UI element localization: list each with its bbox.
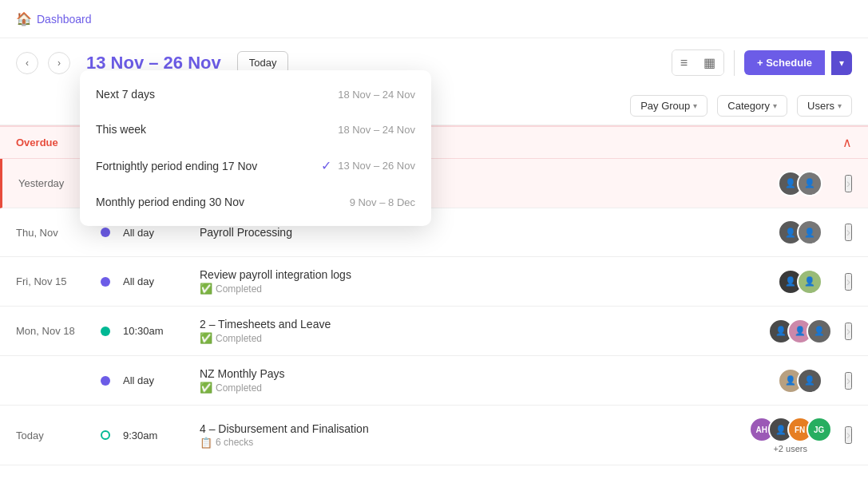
today-chevron[interactable]: › [845, 426, 852, 444]
avatar-2: 👤 [797, 171, 822, 196]
fri-date: Fri, Nov 15 [16, 275, 88, 287]
plus-users-label: +2 users [773, 444, 807, 453]
avatars-today: AH 👤 FN JG +2 users [749, 417, 832, 453]
avatar-thu-2: 👤 [797, 220, 822, 245]
schedule-dropdown-button[interactable]: ▾ [831, 51, 852, 75]
dropdown-item-fortnightly[interactable]: Fortnightly period ending 17 Nov ✓ 13 No… [80, 147, 431, 184]
date-range-dropdown: Next 7 days 18 Nov – 24 Nov This week 18… [80, 70, 431, 226]
dropdown-item-thisweek[interactable]: This week 18 Nov – 24 Nov [80, 112, 431, 147]
today-date: Today [16, 430, 88, 441]
list-view-button[interactable]: ≡ [672, 50, 696, 75]
mon-row-1: Mon, Nov 18 10:30am 2 – Timesheets and L… [0, 307, 868, 356]
mon-time: 10:30am [123, 325, 187, 337]
category-chevron: ▾ [773, 101, 777, 110]
dropdown-item-monthly[interactable]: Monthly period ending 30 Nov 9 Nov – 8 D… [80, 184, 431, 220]
prev-arrow[interactable]: ‹ [16, 52, 38, 74]
today-title: 4 – Disbursement and Finalisation [200, 422, 736, 435]
next7-label: Next 7 days [96, 88, 331, 101]
avatars-mon-1: 👤 👤 👤 [768, 319, 832, 344]
avatar-fri-2: 👤 [797, 269, 822, 295]
fortnightly-label: Fortnightly period ending 17 Nov [96, 160, 315, 172]
mon-date: Mon, Nov 18 [16, 325, 88, 337]
today-time: 9:30am [123, 430, 187, 441]
mon-subtitle-2: ✅ Completed [200, 382, 755, 394]
thu-time: All day [123, 227, 187, 239]
pay-group-chevron: ▾ [693, 101, 697, 110]
home-icon: 🏠 [16, 11, 32, 26]
pay-group-label: Pay Group [640, 100, 690, 112]
pay-group-filter[interactable]: Pay Group ▾ [630, 95, 707, 117]
avatars-overdue: 👤 👤 [768, 171, 832, 196]
mon-1-chevron[interactable]: › [845, 323, 852, 340]
fri-title: Review payroll integration logs [200, 268, 755, 281]
today-row: Today 9:30am 4 – Disbursement and Finali… [0, 406, 868, 465]
thu-chevron[interactable]: › [845, 224, 852, 241]
avatars-thu: 👤 👤 [768, 220, 832, 245]
avatar-jg: JG [807, 417, 832, 442]
fri-subtitle: ✅ Completed [200, 283, 755, 295]
avatar-nz-2: 👤 [797, 368, 822, 394]
divider [734, 50, 735, 76]
thu-title: Payroll Processing [200, 226, 755, 239]
calendar-view-button[interactable]: ▦ [696, 50, 723, 75]
overdue-collapse-button[interactable]: ∧ [842, 135, 852, 150]
fri-row: Fri, Nov 15 All day Review payroll integ… [0, 257, 868, 307]
selected-check-icon: ✓ [321, 158, 331, 173]
next7-date: 18 Nov – 24 Nov [338, 89, 415, 101]
mon-content-1: 2 – Timesheets and Leave ✅ Completed [200, 318, 755, 344]
fri-chevron[interactable]: › [845, 273, 852, 291]
completed-icon-mon2: ✅ [200, 382, 212, 394]
overdue-row-chevron[interactable]: › [845, 175, 852, 192]
dashboard-link[interactable]: 🏠 Dashboard [16, 11, 92, 26]
mon-time-2: All day [123, 374, 187, 386]
avatars-fri: 👤 👤 [768, 269, 832, 295]
thisweek-date: 18 Nov – 24 Nov [338, 124, 415, 136]
users-chevron: ▾ [838, 101, 842, 110]
avatars-mon-2: 👤 👤 [768, 368, 832, 394]
completed-icon-fri: ✅ [200, 283, 212, 295]
today-content: 4 – Disbursement and Finalisation 📋 6 ch… [200, 422, 736, 449]
dropdown-item-next7[interactable]: Next 7 days 18 Nov – 24 Nov [80, 77, 431, 112]
category-label: Category [727, 100, 770, 112]
users-filter[interactable]: Users ▾ [797, 95, 852, 117]
mon-row-2: All day NZ Monthly Pays ✅ Completed 👤 👤 … [0, 356, 868, 406]
view-toggle: ≡ ▦ [672, 49, 724, 76]
fortnightly-date: 13 Nov – 26 Nov [338, 160, 415, 172]
dashboard-label: Dashboard [37, 13, 92, 26]
completed-icon-mon1: ✅ [200, 332, 212, 344]
checks-icon-today: 📋 [200, 437, 212, 449]
top-nav: 🏠 Dashboard [0, 0, 868, 38]
mon-dot-blue [101, 376, 110, 386]
thisweek-label: This week [96, 123, 331, 136]
mon-dot-green [101, 327, 110, 336]
category-filter[interactable]: Category ▾ [717, 95, 787, 117]
avatar-mon-3: 👤 [807, 319, 832, 344]
mon-title-1: 2 – Timesheets and Leave [200, 318, 755, 331]
right-actions: ≡ ▦ + Schedule ▾ [672, 49, 852, 76]
today-dot-outline [101, 430, 110, 440]
monthly-label: Monthly period ending 30 Nov [96, 196, 343, 208]
today-subtitle: 📋 6 checks [200, 437, 736, 449]
thu-date: Thu, Nov [16, 227, 88, 239]
schedule-button[interactable]: + Schedule [744, 50, 825, 75]
fri-dot [101, 277, 110, 287]
fri-content: Review payroll integration logs ✅ Comple… [200, 268, 755, 295]
nz-chevron[interactable]: › [845, 372, 852, 390]
thu-content: Payroll Processing [200, 226, 755, 239]
mon-content-2: NZ Monthly Pays ✅ Completed [200, 367, 755, 394]
users-label: Users [807, 100, 834, 112]
monthly-date: 9 Nov – 8 Dec [350, 196, 415, 208]
fri-time: All day [123, 275, 187, 287]
next-arrow[interactable]: › [48, 52, 70, 74]
mon-subtitle-1: ✅ Completed [200, 332, 755, 344]
mon-title-2: NZ Monthly Pays [200, 367, 755, 380]
thu-dot [101, 228, 110, 237]
